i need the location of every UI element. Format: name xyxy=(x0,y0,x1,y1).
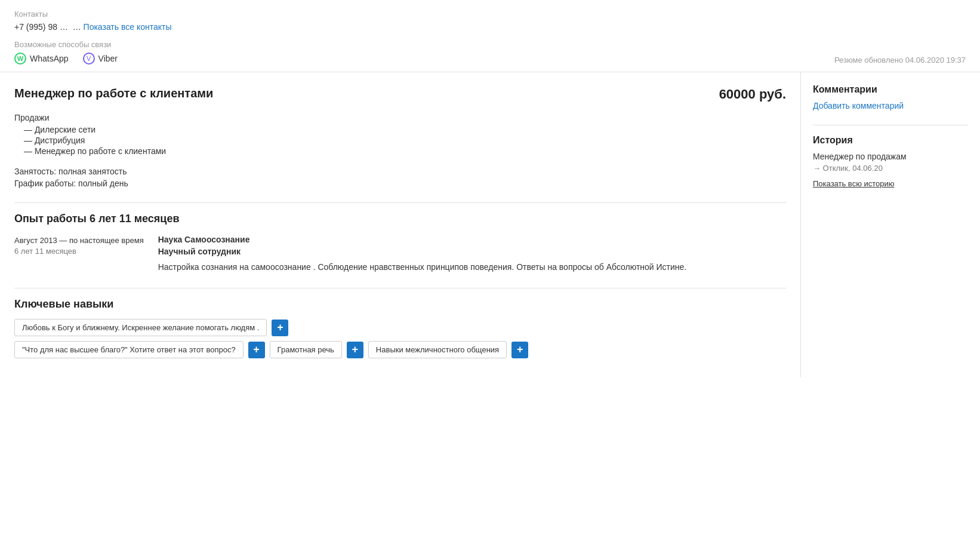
experience-entry: Август 2013 — по настоящее время 6 лет 1… xyxy=(14,235,786,274)
exp-duration: 6 лет 11 месяцев xyxy=(14,247,144,256)
skill-tag-2: "Что для нас высшее благо?" Хотите ответ… xyxy=(14,341,244,358)
contact-methods-row: W WhatsApp V Viber xyxy=(14,53,172,64)
date-range-text: Август 2013 — по настоящее время xyxy=(14,236,144,245)
exp-date-range: Август 2013 — по настоящее время xyxy=(14,235,144,247)
show-all-contacts-link[interactable]: Показать все контакты xyxy=(84,22,172,32)
page-wrapper: Контакты +7 (995) 98 … … Показать все ко… xyxy=(0,0,980,559)
employment-info: Занятость: полная занятость График работ… xyxy=(14,167,786,188)
skills-row-1: Любовь к Богу и ближнему. Искреннее жела… xyxy=(14,319,786,336)
comments-title: Комментарии xyxy=(813,84,968,95)
spec-category: Продажи xyxy=(14,113,786,122)
skill-label-1: Любовь к Богу и ближнему. Искреннее жела… xyxy=(22,323,259,332)
skills-row-2: "Что для нас высшее благо?" Хотите ответ… xyxy=(14,341,786,358)
skill-add-button-2[interactable]: + xyxy=(248,342,265,358)
skills-title: Ключевые навыки xyxy=(14,298,786,311)
exp-description: Настройка сознания на самоосознание . Со… xyxy=(158,261,786,274)
history-title: История xyxy=(813,135,968,146)
skills-section: Ключевые навыки Любовь к Богу и ближнему… xyxy=(14,288,786,358)
skill-add-button-1[interactable]: + xyxy=(272,320,288,336)
exp-position: Научный сотрудник xyxy=(158,247,786,256)
exp-dates: Август 2013 — по настоящее время 6 лет 1… xyxy=(14,235,144,274)
viber-label: Viber xyxy=(98,54,118,63)
job-title: Менеджер по работе с клиентами xyxy=(14,87,213,100)
whatsapp-icon: W xyxy=(14,53,26,64)
skill-tag-4: Навыки межличностного общения xyxy=(368,341,507,358)
show-history-link[interactable]: Показать всю историю xyxy=(813,179,895,188)
skill-label-3: Грамотная речь xyxy=(278,345,334,354)
viber-method: V Viber xyxy=(83,53,118,64)
main-layout: Менеджер по работе с клиентами 60000 руб… xyxy=(0,72,980,377)
contacts-section: Контакты +7 (995) 98 … … Показать все ко… xyxy=(0,0,980,72)
skill-label-4: Навыки межличностного общения xyxy=(376,345,499,354)
viber-icon: V xyxy=(83,53,95,64)
whatsapp-label: WhatsApp xyxy=(30,54,69,63)
contact-ways-label: Возможные способы связи xyxy=(14,40,172,49)
phone-number: +7 (995) 98 … xyxy=(14,22,68,32)
spec-item-3: — Менеджер по работе с клиентами xyxy=(14,146,786,156)
schedule-label: График работы: полный день xyxy=(14,179,786,188)
contacts-label: Контакты xyxy=(14,10,172,19)
history-item-sub: → Отклик, 04.06.20 xyxy=(813,164,968,173)
experience-section-title: Опыт работы 6 лет 11 месяцев xyxy=(14,202,786,225)
main-content: Менеджер по работе с клиентами 60000 руб… xyxy=(0,72,801,377)
whatsapp-method: W WhatsApp xyxy=(14,53,69,64)
phone-row: +7 (995) 98 … … Показать все контакты xyxy=(14,22,172,32)
history-item-title: Менеджер по продажам xyxy=(813,152,968,161)
skill-label-2: "Что для нас высшее благо?" Хотите ответ… xyxy=(22,345,236,354)
skill-tag-1: Любовь к Богу и ближнему. Искреннее жела… xyxy=(14,319,267,336)
sidebar-divider xyxy=(813,125,968,125)
updated-date: Резюме обновлено 04.06.2020 19:37 xyxy=(834,56,966,64)
spec-item-1: — Дилерские сети xyxy=(14,125,786,134)
specializations: Продажи — Дилерские сети — Дистрибуция —… xyxy=(14,113,786,156)
salary: 60000 руб. xyxy=(719,87,786,102)
job-header: Менеджер по работе с клиентами 60000 руб… xyxy=(14,87,786,102)
skill-add-button-3[interactable]: + xyxy=(347,342,363,358)
comments-section: Комментарии Добавить комментарий xyxy=(813,84,968,110)
history-section: История Менеджер по продажам → Отклик, 0… xyxy=(813,135,968,188)
sidebar: Комментарии Добавить комментарий История… xyxy=(801,72,980,377)
exp-details: Наука Самоосознание Научный сотрудник На… xyxy=(158,235,786,274)
exp-company: Наука Самоосознание xyxy=(158,235,786,244)
employment-label: Занятость: полная занятость xyxy=(14,167,786,176)
add-comment-link[interactable]: Добавить комментарий xyxy=(813,101,968,110)
skill-add-button-4[interactable]: + xyxy=(511,342,528,358)
skill-tag-3: Грамотная речь xyxy=(270,341,342,358)
spec-item-2: — Дистрибуция xyxy=(14,136,786,145)
